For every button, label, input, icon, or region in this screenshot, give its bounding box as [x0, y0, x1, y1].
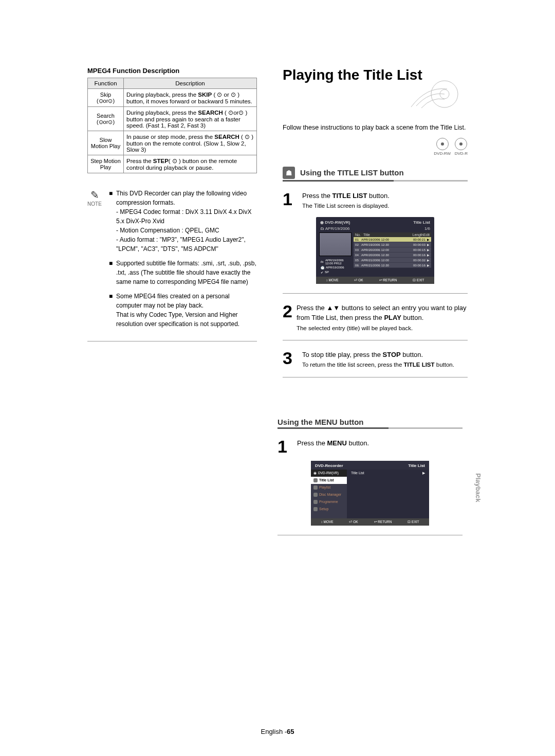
- programme-icon: [313, 500, 318, 504]
- disc-icon: DVD-RW: [434, 138, 451, 156]
- disc-icon: DVD-R: [455, 138, 468, 156]
- function-table: Function Description Skip(⊙or⊙) During p…: [87, 78, 257, 173]
- left-column: MPEG4 Function Description Function Desc…: [87, 67, 257, 351]
- disc-manager-icon: [313, 493, 318, 497]
- step-3: 3 To stop title play, press the STOP but…: [283, 350, 468, 370]
- chevron-right-icon: ▶: [422, 471, 425, 475]
- table-row: Search(⊙or⊙) During playback, press the …: [88, 107, 257, 131]
- step-2: 2 Press the ▲▼ buttons to select an entr…: [283, 303, 468, 333]
- thumbnail-icon: [319, 232, 351, 256]
- note-icon: ✎ NOTE: [87, 189, 102, 207]
- divider: [278, 535, 462, 535]
- remote-icon: ☗: [283, 167, 295, 179]
- subheading: Using the MENU button: [278, 418, 363, 426]
- disc-badges: DVD-RW DVD-R: [283, 138, 468, 156]
- playlist-icon: [313, 485, 318, 490]
- table-row: Slow Motion Play In pause or step mode, …: [88, 131, 257, 155]
- setup-icon: [313, 507, 318, 511]
- menu-section: Using the MENU button 1 Press the MENU b…: [278, 387, 462, 535]
- divider: [283, 340, 468, 340]
- page-footer: English -65: [261, 728, 294, 735]
- manual-page: MPEG4 Function Description Function Desc…: [87, 67, 468, 545]
- title-list-icon: [313, 478, 318, 482]
- divider: [87, 341, 257, 341]
- table-row: Skip(⊙or⊙) During playback, press the SK…: [88, 89, 257, 107]
- menu-osd: DVD-Recorder Title List ◉DVD-RW(VR) Titl…: [311, 461, 429, 526]
- section-tab: Playback: [474, 473, 482, 502]
- note-block: ✎ NOTE ■ This DVD Recorder can play the …: [87, 189, 257, 334]
- table-title: MPEG4 Function Description: [87, 67, 257, 75]
- step-1: 1 Press the TITLE LIST button. The Title…: [283, 191, 468, 211]
- menu-step-1: 1 Press the MENU button.: [278, 438, 462, 455]
- title-list-osd: ◉ DVD-RW(VR) Title List 🗀 APR/19/2006 1/…: [316, 217, 434, 284]
- intro-text: Follow these instructions to play back a…: [283, 123, 468, 133]
- subheading: ☗ Using the TITLE LIST button: [283, 167, 468, 179]
- divider: [283, 293, 468, 294]
- th-description: Description: [124, 78, 257, 89]
- th-function: Function: [88, 78, 124, 89]
- table-row: Step Motion Play Press the STEP( ⊙ ) but…: [88, 155, 257, 173]
- divider: [283, 377, 468, 377]
- right-column: Playing the Title List Follow these inst…: [283, 67, 468, 387]
